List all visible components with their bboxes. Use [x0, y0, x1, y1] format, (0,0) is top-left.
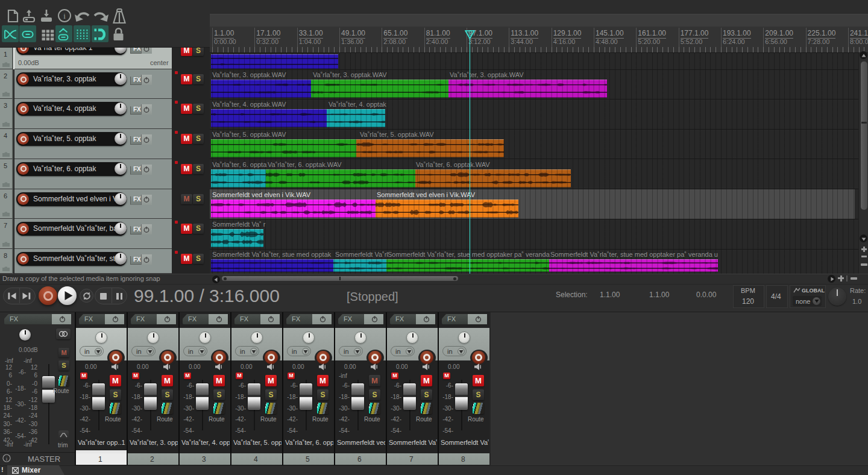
svg-text:i: i	[6, 456, 8, 462]
svg-text:i: i	[63, 11, 66, 20]
